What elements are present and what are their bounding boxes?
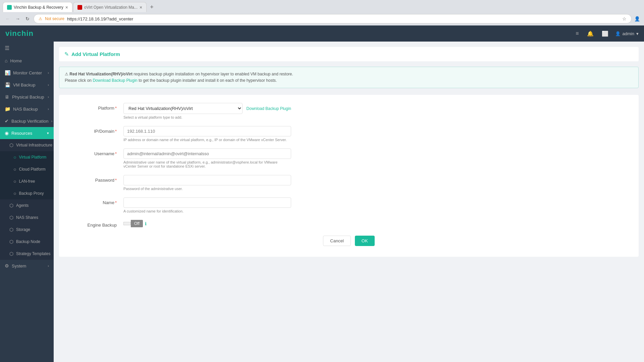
inactive-tab[interactable]: oVirt Open Virtualization Ma... ×: [73, 2, 147, 12]
cloudplatform-icon: ○: [13, 167, 16, 172]
backupverification-icon: ✔: [5, 118, 9, 124]
password-input[interactable]: [123, 175, 291, 185]
ip-help: IP address or domain name of the virtual…: [123, 138, 291, 142]
url-display[interactable]: https://172.18.16.19/?add_vcenter: [67, 16, 620, 21]
sidebar-label-virtualplatform: Virtual Platform: [19, 155, 49, 160]
active-tab[interactable]: Vinchin Backup & Recovery ×: [3, 2, 72, 12]
sidebar-toggle[interactable]: ☰: [0, 42, 54, 55]
user-icon: 👤: [615, 31, 621, 36]
sidebar-label-virtualinfra: Virtual Infrastructure: [16, 143, 52, 147]
alert-text-rhv: Red Hat Virtualization(RHV)/oVirt: [69, 72, 132, 76]
resources-icon: ◉: [5, 130, 9, 136]
platform-help: Select a virtual platform type to add.: [123, 115, 291, 119]
password-field: Password of the administrative user.: [123, 175, 291, 191]
username-help: Administrative user name of the virtual …: [123, 160, 291, 168]
backupnode-icon: ⬡: [9, 239, 13, 244]
sidebar-item-physicalbackup[interactable]: 🖥 Physical Backup ›: [0, 91, 54, 103]
form-container: Platform* Red Hat Virtualization(RHV)/oV…: [59, 95, 639, 257]
tab-close-2[interactable]: ×: [140, 5, 142, 10]
app-logo: vinchin: [5, 29, 34, 38]
sidebar-item-nasshares[interactable]: ⬡ NAS Shares: [0, 212, 54, 224]
back-button[interactable]: ←: [4, 15, 11, 23]
sidebar-item-storage[interactable]: ⬡ Storage: [0, 224, 54, 236]
sidebar-item-backupverification[interactable]: ✔ Backup Verification ›: [0, 115, 54, 127]
engine-toggle-track[interactable]: [123, 222, 131, 225]
backupproxy-icon: ○: [13, 191, 16, 196]
platform-label: Platform*: [70, 103, 123, 111]
tab-close-1[interactable]: ×: [65, 5, 68, 10]
bookmark-icon[interactable]: ☆: [622, 16, 627, 21]
sidebar-item-backupnode[interactable]: ⬡ Backup Node: [0, 236, 54, 248]
username-row: Username* Administrative user name of th…: [70, 148, 628, 168]
sidebar-item-monitor[interactable]: 📊 Monitor Center ›: [0, 67, 54, 79]
security-icon: ⚠: [39, 16, 42, 21]
ok-button[interactable]: OK: [355, 236, 375, 246]
new-tab-button[interactable]: +: [147, 2, 156, 12]
profile-icon[interactable]: 👤: [634, 16, 640, 21]
storage-icon: ⬡: [9, 227, 13, 232]
user-label: admin: [623, 31, 634, 36]
cancel-button[interactable]: Cancel: [323, 236, 351, 246]
sidebar-item-system[interactable]: ⚙ System ›: [0, 260, 54, 272]
sidebar-item-vmbackup[interactable]: 💾 VM Backup ›: [0, 79, 54, 91]
username-input[interactable]: [123, 148, 291, 159]
sidebar-item-cloudplatform[interactable]: ○ Cloud Platform: [0, 163, 54, 175]
username-label: Username*: [70, 148, 123, 156]
page-title-icon: ✎: [64, 51, 69, 57]
engine-info-icon[interactable]: ℹ: [145, 221, 147, 226]
nasshares-icon: ⬡: [9, 215, 13, 220]
user-menu[interactable]: 👤 admin ▾: [615, 31, 639, 36]
sidebar-item-strategytemplates[interactable]: ⬡ Strategy Templates: [0, 248, 54, 260]
page-title: Add Virtual Platform: [71, 51, 120, 57]
system-arrow: ›: [48, 264, 49, 268]
home-icon: ⌂: [5, 58, 7, 63]
engine-toggle[interactable]: Off ℹ: [123, 220, 291, 227]
sidebar: ☰ ⌂ Home 📊 Monitor Center › 💾 VM Backup …: [0, 42, 54, 362]
vmbackup-icon: 💾: [5, 82, 10, 87]
ip-input[interactable]: [123, 126, 291, 136]
download-backup-plugin-link[interactable]: Download Backup Plugin: [93, 78, 137, 83]
sidebar-item-backupproxy[interactable]: ○ Backup Proxy: [0, 187, 54, 199]
sidebar-label-nasbackup: NAS Backup: [13, 107, 45, 112]
sidebar-item-agents[interactable]: ⬡ Agents: [0, 199, 54, 212]
sidebar-label-lanfree: LAN-free: [19, 179, 49, 184]
tab-title-1: Vinchin Backup & Recovery: [14, 5, 63, 10]
name-label: Name*: [70, 197, 123, 205]
alert-text-2: Please click on: [65, 78, 93, 83]
download-backup-plugin-btn[interactable]: Download Backup Plugin: [247, 106, 291, 111]
sidebar-item-virtualinfra[interactable]: ⬡ Virtual Infrastructure ▾: [0, 139, 54, 151]
name-input[interactable]: [123, 197, 291, 208]
sidebar-item-virtualplatform[interactable]: ○ Virtual Platform: [0, 151, 54, 163]
ip-row: IP/Domain* IP address or domain name of …: [70, 126, 628, 142]
platform-select[interactable]: Red Hat Virtualization(RHV)/oVirt VMware…: [123, 103, 243, 114]
tab-title-2: oVirt Open Virtualization Ma...: [84, 5, 138, 10]
monitor-arrow: ›: [48, 71, 49, 75]
engine-row: Engine Backup Off ℹ: [70, 220, 628, 228]
forward-button[interactable]: →: [14, 15, 21, 23]
alert-banner: ⚠ Red Hat Virtualization(RHV)/oVirt requ…: [59, 67, 639, 88]
sidebar-label-vmbackup: VM Backup: [13, 82, 45, 87]
nav-notification-icon[interactable]: 🔔: [586, 29, 595, 38]
password-label: Password*: [70, 175, 123, 183]
engine-label: Engine Backup: [70, 220, 123, 228]
engine-toggle-label: Off: [131, 220, 143, 227]
name-field: A customized name for identification.: [123, 197, 291, 213]
lanfree-icon: ○: [13, 179, 16, 184]
alert-text-1: requires backup plugin installation on h…: [133, 72, 293, 76]
password-help: Password of the administrative user.: [123, 187, 291, 191]
system-icon: ⚙: [5, 263, 9, 268]
nav-menu-icon[interactable]: ≡: [574, 29, 580, 38]
main-content: ✎ Add Virtual Platform ⚠ Red Hat Virtual…: [54, 42, 644, 362]
alert-icon: ⚠: [65, 72, 68, 76]
virtualinfra-icon: ⬡: [9, 142, 13, 148]
sidebar-label-physicalbackup: Physical Backup: [12, 95, 45, 100]
sidebar-label-system: System: [12, 263, 45, 268]
nav-screen-icon[interactable]: ⬜: [600, 29, 610, 38]
sidebar-item-resources[interactable]: ◉ Resources ▾: [0, 127, 54, 139]
physicalbackup-icon: 🖥: [5, 94, 9, 100]
sidebar-item-nasbackup[interactable]: 📁 NAS Backup ›: [0, 103, 54, 115]
sidebar-item-lanfree[interactable]: ○ LAN-free: [0, 175, 54, 187]
sidebar-item-home[interactable]: ⌂ Home: [0, 55, 54, 67]
reload-button[interactable]: ↻: [24, 15, 31, 23]
tab-favicon-1: [7, 5, 12, 10]
